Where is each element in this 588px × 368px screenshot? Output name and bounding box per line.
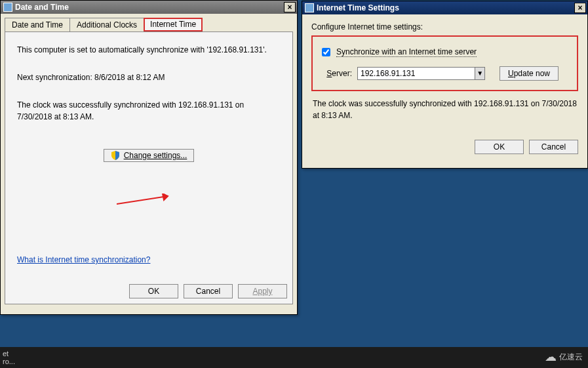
tab-body: This computer is set to automatically sy… bbox=[5, 31, 293, 304]
taskbar[interactable]: et ro... bbox=[0, 347, 588, 368]
tab-strip: Date and Time Additional Clocks Internet… bbox=[5, 18, 293, 31]
tab-date-and-time[interactable]: Date and Time bbox=[5, 18, 70, 31]
apply-label: Apply bbox=[252, 287, 272, 296]
window-title: Internet Time Settings bbox=[317, 3, 574, 12]
server-combobox[interactable]: ▼ bbox=[357, 67, 485, 80]
sync-info: This computer is set to automatically sy… bbox=[17, 44, 281, 56]
shield-icon bbox=[111, 151, 120, 160]
tab-additional-clocks[interactable]: Additional Clocks bbox=[69, 18, 144, 31]
sync-checkbox[interactable] bbox=[322, 48, 330, 56]
help-link[interactable]: What is Internet time synchronization? bbox=[17, 255, 150, 264]
cancel-button[interactable]: Cancel bbox=[184, 284, 233, 298]
dialog-buttons: OK Cancel bbox=[311, 140, 578, 154]
apply-button[interactable]: Apply bbox=[238, 284, 287, 298]
sync-status: The clock was successfully synchronized … bbox=[313, 98, 577, 121]
internet-time-settings-window: Internet Time Settings × Configure Inter… bbox=[302, 1, 588, 169]
next-sync-info: Next synchronization: 8/6/2018 at 8:12 A… bbox=[17, 72, 281, 83]
change-settings-label: Change settings... bbox=[124, 151, 187, 160]
window-icon bbox=[305, 3, 314, 12]
date-time-titlebar[interactable]: Date and Time × bbox=[1, 1, 297, 14]
watermark: ☁ 亿速云 bbox=[545, 350, 583, 364]
change-settings-button[interactable]: Change settings... bbox=[104, 149, 195, 162]
server-label: Server: bbox=[319, 69, 352, 78]
svg-line-0 bbox=[117, 196, 168, 204]
status-info: The clock was successfully synchronized … bbox=[17, 99, 279, 123]
window-title: Date and Time bbox=[15, 3, 284, 12]
date-time-window: Date and Time × Date and Time Additional… bbox=[0, 0, 298, 315]
its-body: Configure Internet time settings: Synchr… bbox=[302, 14, 587, 161]
svg-marker-1 bbox=[163, 194, 168, 200]
tab-internet-time[interactable]: Internet Time bbox=[144, 18, 203, 31]
annotation-arrow-icon bbox=[117, 194, 169, 207]
chevron-down-icon[interactable]: ▼ bbox=[475, 68, 484, 79]
sync-checkbox-label: Synchronize with an Internet time server bbox=[336, 47, 477, 57]
close-icon[interactable]: × bbox=[574, 3, 586, 13]
window-icon bbox=[3, 3, 12, 12]
its-titlebar[interactable]: Internet Time Settings × bbox=[302, 1, 587, 14]
close-icon[interactable]: × bbox=[284, 2, 296, 12]
cancel-button[interactable]: Cancel bbox=[529, 140, 578, 154]
cloud-icon: ☁ bbox=[545, 350, 557, 364]
configure-label: Configure Internet time settings: bbox=[311, 22, 578, 31]
settings-group: Synchronize with an Internet time server… bbox=[311, 35, 578, 91]
ok-button[interactable]: OK bbox=[475, 140, 524, 154]
dialog-buttons: OK Cancel Apply bbox=[129, 284, 287, 298]
server-input[interactable] bbox=[358, 68, 475, 79]
taskbar-item[interactable]: et ro... bbox=[3, 350, 15, 365]
ok-button[interactable]: OK bbox=[129, 284, 178, 298]
update-now-button[interactable]: Update now bbox=[500, 66, 559, 81]
watermark-text: 亿速云 bbox=[559, 352, 583, 363]
